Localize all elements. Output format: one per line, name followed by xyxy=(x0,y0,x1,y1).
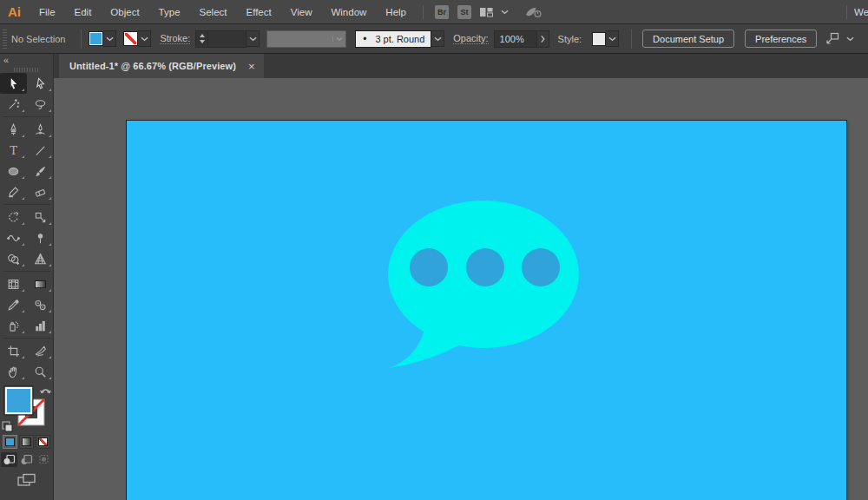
zoom-tool[interactable] xyxy=(27,361,54,382)
menu-bar: Ai FileEditObjectTypeSelectEffectViewWin… xyxy=(0,0,868,24)
stroke-color-swatch[interactable] xyxy=(123,31,138,46)
blend-tool[interactable] xyxy=(27,294,54,315)
gpu-performance-icon[interactable] xyxy=(524,5,543,18)
arrange-documents-icon[interactable] xyxy=(479,6,494,18)
magic-wand-tool[interactable] xyxy=(0,94,27,115)
preferences-button[interactable]: Preferences xyxy=(745,30,817,48)
width-tool[interactable] xyxy=(0,227,27,248)
style-swatch[interactable] xyxy=(592,32,606,46)
lasso-tool[interactable] xyxy=(27,94,54,115)
mesh-tool[interactable] xyxy=(0,273,27,294)
ellipse-tool[interactable] xyxy=(0,161,27,181)
default-fill-stroke-icon[interactable] xyxy=(3,422,12,431)
menu-item-effect[interactable]: Effect xyxy=(237,7,281,17)
stroke-weight-field[interactable] xyxy=(208,30,247,48)
controlbar-divider xyxy=(631,30,632,49)
speech-bubble-artwork[interactable] xyxy=(127,121,846,500)
shaper-tool[interactable] xyxy=(0,181,27,202)
curvature-tool[interactable] xyxy=(27,119,54,140)
fill-color-dropdown[interactable] xyxy=(103,30,116,47)
bubble-dot-1[interactable] xyxy=(410,248,448,286)
style-dropdown[interactable] xyxy=(606,30,619,47)
illustrator-logo[interactable]: Ai xyxy=(0,4,30,19)
fill-indicator[interactable] xyxy=(4,386,33,415)
line-segment-tool[interactable] xyxy=(27,140,54,161)
control-bar: No Selection Stroke: • 3 pt. Round Opaci… xyxy=(0,24,868,54)
draw-inside-icon[interactable] xyxy=(36,452,52,467)
swap-fill-stroke-icon[interactable] xyxy=(41,390,51,393)
opacity-label[interactable]: Opacity: xyxy=(453,33,488,44)
fill-stroke-widget xyxy=(0,385,53,433)
direct-selection-tool[interactable] xyxy=(27,73,54,94)
illustrator-window: Ai FileEditObjectTypeSelectEffectViewWin… xyxy=(0,0,868,500)
draw-normal-icon[interactable] xyxy=(1,452,17,467)
column-graph-tool[interactable] xyxy=(27,315,54,336)
stroke-color-dropdown[interactable] xyxy=(138,30,151,47)
menu-item-file[interactable]: File xyxy=(30,7,65,17)
pasteboard[interactable] xyxy=(54,78,868,500)
draw-behind-icon[interactable] xyxy=(18,452,35,467)
color-button[interactable] xyxy=(3,435,17,449)
document-tab[interactable]: Untitled-1* @ 66.67% (RGB/Preview) × xyxy=(59,54,264,78)
style-label: Style: xyxy=(558,34,582,44)
paintbrush-tool[interactable] xyxy=(27,161,54,181)
panel-dock-icon[interactable] xyxy=(825,32,839,45)
menu-item-edit[interactable]: Edit xyxy=(65,7,102,17)
close-icon[interactable]: × xyxy=(248,61,255,72)
menu-item-select[interactable]: Select xyxy=(190,7,237,17)
brush-preview: • xyxy=(363,33,366,45)
hand-tool[interactable] xyxy=(0,361,27,382)
change-screen-mode-icon[interactable] xyxy=(0,473,53,488)
puppet-warp-tool[interactable] xyxy=(27,227,54,248)
document-tab-bar: Untitled-1* @ 66.67% (RGB/Preview) × xyxy=(54,54,868,78)
chevron-down-icon[interactable] xyxy=(846,36,854,42)
chevron-down-icon[interactable] xyxy=(501,10,509,15)
gradient-tool[interactable] xyxy=(27,273,54,294)
panel-grip[interactable] xyxy=(0,66,53,73)
gradient-button[interactable] xyxy=(19,435,34,449)
eraser-tool[interactable] xyxy=(27,181,54,202)
stroke-weight-dropdown[interactable] xyxy=(247,30,260,47)
stroke-weight-stepper[interactable] xyxy=(195,30,208,48)
menu-item-view[interactable]: View xyxy=(281,7,322,17)
bubble-dot-2[interactable] xyxy=(466,248,504,286)
stock-button[interactable]: St xyxy=(457,5,471,19)
brush-definition-dropdown[interactable]: • 3 pt. Round xyxy=(355,30,431,48)
document-tab-title: Untitled-1* @ 66.67% (RGB/Preview) xyxy=(69,61,236,71)
selection-tool[interactable] xyxy=(0,73,27,94)
pen-tool[interactable] xyxy=(0,119,27,140)
selection-status: No Selection xyxy=(11,34,65,44)
collapse-panel-icon[interactable]: « xyxy=(3,56,9,64)
fill-color-swatch[interactable] xyxy=(89,31,103,46)
artboard[interactable] xyxy=(127,121,846,500)
stroke-weight-label[interactable]: Stroke: xyxy=(160,33,190,44)
none-button[interactable] xyxy=(36,435,50,449)
opacity-field[interactable]: 100% xyxy=(494,30,537,48)
controlbar-divider xyxy=(81,30,82,49)
menu-item-object[interactable]: Object xyxy=(101,7,148,17)
symbol-sprayer-tool[interactable] xyxy=(0,315,27,336)
type-tool[interactable]: T xyxy=(0,140,27,161)
shape-builder-tool[interactable] xyxy=(0,248,27,269)
document-setup-button[interactable]: Document Setup xyxy=(642,30,734,48)
slice-tool[interactable] xyxy=(27,340,54,361)
tools-panel: « xyxy=(0,54,54,500)
opacity-expand-button[interactable] xyxy=(537,30,549,48)
panel-grip[interactable] xyxy=(3,30,7,49)
rotate-tool[interactable] xyxy=(0,207,27,227)
menu-item-help[interactable]: Help xyxy=(376,7,416,17)
brush-dropdown-chevron[interactable] xyxy=(431,30,444,47)
perspective-grid-tool[interactable] xyxy=(27,248,54,269)
bubble-dot-3[interactable] xyxy=(522,248,560,286)
artboard-tool[interactable] xyxy=(0,340,27,361)
eyedropper-tool[interactable] xyxy=(0,294,27,315)
workspace-switcher[interactable]: We xyxy=(854,7,868,17)
bridge-button[interactable]: Br xyxy=(435,5,449,19)
canvas-area: Untitled-1* @ 66.67% (RGB/Preview) × xyxy=(54,54,868,500)
scale-tool[interactable] xyxy=(27,207,54,227)
menu-item-type[interactable]: Type xyxy=(149,7,190,17)
paint-style-row xyxy=(0,435,53,449)
menubar-divider xyxy=(423,5,424,19)
width-profile-dropdown xyxy=(266,30,346,48)
menu-item-window[interactable]: Window xyxy=(321,7,376,17)
